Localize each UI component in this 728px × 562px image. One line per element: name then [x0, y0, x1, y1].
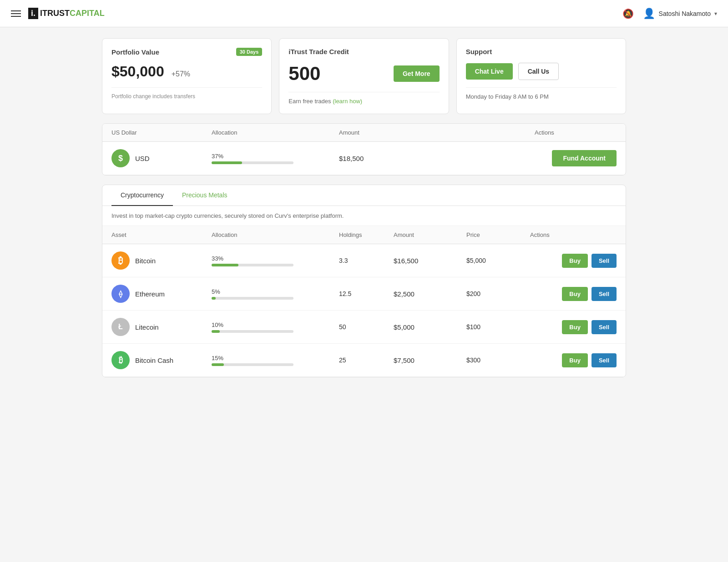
buy-button-2[interactable]: Buy	[562, 320, 588, 334]
portfolio-amount: $50,000	[111, 63, 164, 80]
call-us-button[interactable]: Call Us	[518, 63, 559, 80]
alloc-pct-2: 10%	[212, 321, 339, 328]
crypto-amount-0: $16,500	[394, 257, 466, 265]
holdings-2: 50	[339, 323, 394, 331]
col-amount: Amount	[339, 129, 430, 136]
sell-button-0[interactable]: Sell	[592, 254, 617, 268]
hamburger-line2	[11, 13, 21, 14]
usd-section: US Dollar Allocation Amount Actions $ US…	[102, 123, 626, 176]
buy-button-0[interactable]: Buy	[562, 254, 588, 268]
user-area[interactable]: 👤 Satoshi Nakamoto ▾	[643, 8, 717, 20]
sell-button-3[interactable]: Sell	[592, 353, 617, 367]
crypto-price-0: $5,000	[466, 257, 530, 264]
crypto-name-2: Litecoin	[135, 323, 159, 331]
usd-alloc-pct: 37%	[212, 153, 339, 160]
fund-account-button[interactable]: Fund Account	[552, 150, 617, 166]
crypto-rows-container: ₿ Bitcoin 33% 3.3 $16,500 $5,000 Buy Sel…	[102, 244, 626, 377]
logo: i. ITRUSTCAPITAL	[28, 8, 105, 19]
alloc-cell-2: 10%	[212, 321, 339, 333]
crypto-col-asset: Asset	[111, 231, 212, 238]
crypto-table-row: ₿ Bitcoin 33% 3.3 $16,500 $5,000 Buy Sel…	[102, 244, 626, 277]
portfolio-change: +57%	[172, 70, 190, 78]
holdings-0: 3.3	[339, 257, 394, 264]
usd-name: USD	[135, 155, 150, 162]
portfolio-value-row: $50,000 +57%	[111, 63, 262, 80]
alloc-cell-3: 15%	[212, 355, 339, 366]
get-more-button[interactable]: Get More	[394, 65, 440, 82]
top-cards: Portfolio Value 30 Days $50,000 +57% Por…	[102, 38, 626, 114]
crypto-table-row: Ł Litecoin 10% 50 $5,000 $100 Buy Sell	[102, 311, 626, 344]
alloc-cell-0: 33%	[212, 255, 339, 266]
progress-bar-1	[212, 297, 293, 300]
asset-cell-1: ⟠ Ethereum	[111, 285, 212, 303]
alloc-cell-1: 5%	[212, 288, 339, 300]
progress-bar-2	[212, 330, 293, 333]
crypto-name-1: Ethereum	[135, 290, 165, 298]
trade-credit-body: 500 Get More	[288, 63, 439, 85]
support-card: Support Chat Live Call Us Monday to Frid…	[456, 38, 626, 114]
buy-button-1[interactable]: Buy	[562, 287, 588, 301]
trade-credit-card: iTrust Trade Credit 500 Get More Earn fr…	[279, 38, 449, 114]
learn-how-link[interactable]: (learn how)	[333, 98, 362, 105]
header: i. ITRUSTCAPITAL 🔕 👤 Satoshi Nakamoto ▾	[0, 0, 728, 27]
logo-accent: CAPITAL	[70, 9, 105, 18]
col-empty	[430, 129, 535, 136]
holdings-3: 25	[339, 356, 394, 364]
crypto-name-3: Bitcoin Cash	[135, 356, 173, 364]
asset-cell-2: Ł Litecoin	[111, 318, 212, 336]
bell-icon[interactable]: 🔕	[622, 8, 634, 19]
crypto-section: Cryptocurrency Precious Metals Invest in…	[102, 185, 626, 377]
portfolio-card: Portfolio Value 30 Days $50,000 +57% Por…	[102, 38, 272, 114]
progress-fill-3	[212, 363, 224, 366]
usd-asset-cell: $ USD	[111, 149, 212, 167]
crypto-icon-0: ₿	[111, 251, 130, 270]
alloc-pct-3: 15%	[212, 355, 339, 361]
usd-allocation-cell: 37%	[212, 153, 339, 164]
crypto-col-amount: Amount	[394, 231, 466, 238]
buy-button-3[interactable]: Buy	[562, 353, 588, 367]
progress-fill-1	[212, 297, 216, 300]
crypto-icon-1: ⟠	[111, 285, 130, 303]
asset-cell-0: ₿ Bitcoin	[111, 251, 212, 270]
progress-fill-0	[212, 264, 238, 266]
usd-table-header: US Dollar Allocation Amount Actions	[102, 124, 626, 142]
tab-cryptocurrency[interactable]: Cryptocurrency	[111, 185, 173, 206]
progress-fill-2	[212, 330, 220, 333]
chevron-down-icon: ▾	[714, 10, 717, 17]
crypto-table-row: ₿ Bitcoin Cash 15% 25 $7,500 $300 Buy Se…	[102, 344, 626, 377]
portfolio-card-header: Portfolio Value 30 Days	[111, 48, 262, 56]
crypto-description: Invest in top market-cap crypto currenci…	[102, 206, 626, 226]
support-hours: Monday to Friday 8 AM to 6 PM	[466, 87, 617, 100]
usd-table-row: $ USD 37% $18,500 Fund Account	[102, 142, 626, 175]
crypto-icon-3: ₿	[111, 351, 130, 369]
crypto-amount-3: $7,500	[394, 356, 466, 364]
support-buttons: Chat Live Call Us	[466, 63, 617, 80]
crypto-col-allocation: Allocation	[212, 231, 339, 238]
usd-progress-fill	[212, 161, 242, 164]
crypto-actions-0: Buy Sell	[530, 254, 617, 268]
crypto-col-holdings: Holdings	[339, 231, 394, 238]
portfolio-footer: Portfolio change includes transfers	[111, 87, 262, 100]
trade-credit-header: iTrust Trade Credit	[288, 48, 439, 55]
crypto-icon-2: Ł	[111, 318, 130, 336]
sell-button-1[interactable]: Sell	[592, 287, 617, 301]
crypto-name-0: Bitcoin	[135, 257, 156, 265]
tab-precious-metals[interactable]: Precious Metals	[173, 185, 237, 206]
crypto-amount-2: $5,000	[394, 323, 466, 331]
crypto-actions-2: Buy Sell	[530, 320, 617, 334]
usd-amount: $18,500	[339, 155, 430, 162]
usd-actions: Fund Account	[535, 150, 617, 166]
support-card-header: Support	[466, 48, 617, 55]
progress-bar-3	[212, 363, 293, 366]
col-actions: Actions	[535, 129, 617, 136]
chat-live-button[interactable]: Chat Live	[466, 63, 513, 80]
hamburger-menu[interactable]	[11, 10, 21, 17]
logo-brand: ITRUST	[40, 9, 70, 18]
progress-bar-0	[212, 264, 293, 266]
crypto-tabs: Cryptocurrency Precious Metals	[102, 185, 626, 206]
sell-button-2[interactable]: Sell	[592, 320, 617, 334]
logo-text: ITRUSTCAPITAL	[40, 9, 105, 18]
hamburger-line1	[11, 10, 21, 11]
holdings-1: 12.5	[339, 290, 394, 297]
crypto-actions-1: Buy Sell	[530, 287, 617, 301]
